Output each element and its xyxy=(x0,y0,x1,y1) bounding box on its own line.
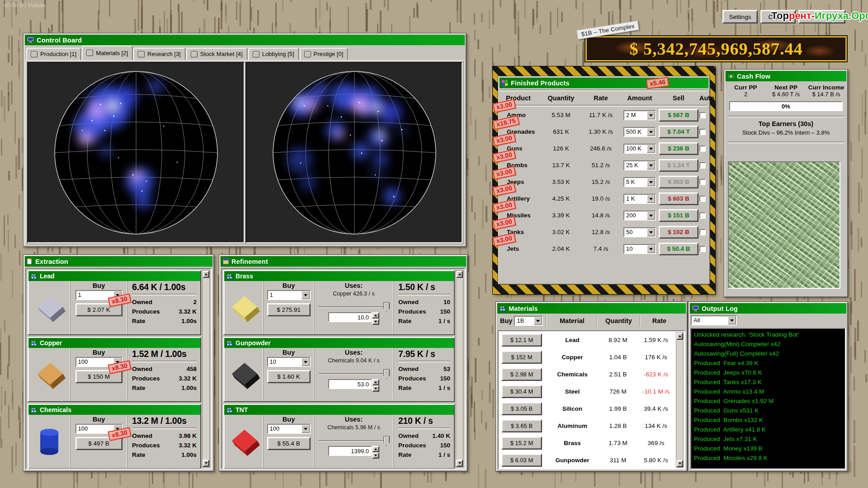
dropdown-arrow-icon[interactable] xyxy=(647,245,655,253)
buy-material-button[interactable]: $ 12.1 M xyxy=(501,333,542,347)
tab[interactable]: Research [3] xyxy=(133,48,185,60)
spinner-value[interactable]: 10.0 xyxy=(328,312,372,322)
dropdown-arrow-icon[interactable] xyxy=(647,161,655,169)
amount-dropdown[interactable]: 100 K xyxy=(623,144,656,154)
uses-spinner[interactable]: 53.0 xyxy=(328,379,379,389)
spin-down-icon[interactable] xyxy=(372,452,379,459)
scroll-down-icon[interactable] xyxy=(203,460,209,467)
output-log-titlebar[interactable]: Output Log xyxy=(690,303,846,314)
buy-material-button[interactable]: $ 2.98 M xyxy=(501,368,542,381)
sell-button[interactable]: $ 353 B xyxy=(659,176,698,188)
auto-sell-checkbox[interactable] xyxy=(699,179,706,185)
slider-thumb[interactable] xyxy=(383,369,390,379)
materials-titlebar[interactable]: Materials xyxy=(497,303,686,314)
extraction-scrollbar[interactable] xyxy=(202,270,210,467)
uses-spinner[interactable]: 10.0 xyxy=(328,312,379,322)
buy-price-button[interactable]: $ 275.91 xyxy=(267,303,311,316)
refinement-titlebar[interactable]: Refinement xyxy=(221,256,466,267)
spin-up-icon[interactable] xyxy=(372,379,379,385)
buy-price-button[interactable]: $ 1.60 K xyxy=(267,370,311,383)
slider-thumb[interactable] xyxy=(383,302,390,312)
auto-sell-checkbox[interactable] xyxy=(699,112,706,118)
dropdown-arrow-icon[interactable] xyxy=(647,178,655,186)
log-console[interactable]: Unlocked research: 'Stock Trading Bot'Au… xyxy=(690,328,846,469)
tab[interactable]: Production [1] xyxy=(26,48,81,60)
auto-sell-checkbox[interactable] xyxy=(699,229,706,235)
buy-material-button[interactable]: $ 3.65 B xyxy=(501,419,542,432)
scroll-up-icon[interactable] xyxy=(676,333,683,340)
amount-dropdown[interactable]: 500 K xyxy=(623,127,656,137)
dropdown-arrow-icon[interactable] xyxy=(302,291,310,299)
spinner-value[interactable]: 1399.0 xyxy=(328,446,372,456)
materials-scrollbar[interactable] xyxy=(676,332,684,468)
scroll-down-icon[interactable] xyxy=(676,460,683,467)
sell-button[interactable]: $ 236 B xyxy=(659,142,698,155)
spin-down-icon[interactable] xyxy=(372,319,379,325)
auto-sell-checkbox[interactable] xyxy=(699,145,706,152)
buy-amount-dropdown[interactable]: 100 xyxy=(267,424,311,434)
sell-button[interactable]: $ 50.4 B xyxy=(659,243,698,255)
spin-up-icon[interactable] xyxy=(372,312,379,319)
dropdown-arrow-icon[interactable] xyxy=(647,128,655,136)
auto-sell-checkbox[interactable] xyxy=(699,212,706,219)
buy-material-button[interactable]: $ 15.2 M xyxy=(501,436,542,450)
log-filter-dropdown[interactable]: All xyxy=(691,315,737,325)
finished-products-titlebar[interactable]: Finished Products xyxy=(500,78,708,88)
dropdown-arrow-icon[interactable] xyxy=(647,211,655,220)
buy-amount-dropdown[interactable]: 10 xyxy=(267,357,311,367)
auto-sell-checkbox[interactable] xyxy=(699,196,706,202)
sell-button[interactable]: $ 151 B xyxy=(659,209,698,222)
refinement-scrollbar[interactable] xyxy=(456,270,463,467)
amount-dropdown[interactable]: 50 xyxy=(623,227,656,237)
uses-slider[interactable] xyxy=(318,302,390,311)
control-board-titlebar[interactable]: Control Board xyxy=(25,35,465,45)
uses-spinner[interactable]: 1399.0 xyxy=(328,446,379,456)
settings-button[interactable]: Settings xyxy=(722,10,758,23)
amount-dropdown[interactable]: 200 xyxy=(623,211,656,221)
tab[interactable]: Lobbying [5] xyxy=(248,48,299,60)
buy-amount-dropdown[interactable]: 1B xyxy=(514,316,543,326)
material-quantity: 1.28 B xyxy=(599,422,637,429)
amount-dropdown[interactable]: 2 M xyxy=(623,110,656,120)
dropdown-arrow-icon[interactable] xyxy=(728,316,736,324)
sell-button[interactable]: $ 102 B xyxy=(659,226,698,239)
dropdown-arrow-icon[interactable] xyxy=(647,111,655,119)
tab[interactable]: Materials [2] xyxy=(82,46,132,60)
amount-dropdown[interactable]: 5 K xyxy=(623,177,656,187)
buy-material-button[interactable]: $ 6.03 M xyxy=(501,454,542,467)
spinner-value[interactable]: 53.0 xyxy=(328,379,372,389)
cash-flow-titlebar[interactable]: Cash Flow xyxy=(726,71,846,81)
dropdown-arrow-icon[interactable] xyxy=(647,195,655,203)
auto-sell-checkbox[interactable] xyxy=(699,162,706,169)
auto-sell-checkbox[interactable] xyxy=(699,129,706,135)
slider-thumb[interactable] xyxy=(383,436,390,446)
sell-button[interactable]: $ 1.24 T xyxy=(659,159,698,172)
dropdown-arrow-icon[interactable] xyxy=(647,145,655,153)
dropdown-arrow-icon[interactable] xyxy=(647,228,655,236)
scroll-down-icon[interactable] xyxy=(456,460,463,467)
buy-material-button[interactable]: $ 152 M xyxy=(501,351,542,364)
scroll-up-icon[interactable] xyxy=(203,271,209,278)
sell-button[interactable]: $ 603 B xyxy=(659,192,698,205)
extraction-titlebar[interactable]: Extraction xyxy=(25,256,212,267)
amount-dropdown[interactable]: 25 K xyxy=(623,160,656,170)
amount-dropdown[interactable]: 1 K xyxy=(623,194,656,204)
tab[interactable]: Stock Market [4] xyxy=(186,48,247,60)
sell-button[interactable]: $ 567 B xyxy=(659,109,698,122)
auto-sell-checkbox[interactable] xyxy=(699,246,706,252)
tab[interactable]: Prestige [0] xyxy=(300,48,348,60)
dropdown-arrow-icon[interactable] xyxy=(302,358,310,366)
spin-down-icon[interactable] xyxy=(372,385,379,392)
amount-dropdown[interactable]: 10 xyxy=(623,244,656,254)
sell-button[interactable]: $ 7.04 T xyxy=(659,126,698,138)
buy-price-button[interactable]: $ 55.4 B xyxy=(267,437,311,450)
buy-material-button[interactable]: $ 3.05 B xyxy=(501,402,542,415)
scroll-up-icon[interactable] xyxy=(456,271,463,278)
buy-material-button[interactable]: $ 30.4 M xyxy=(501,385,542,398)
buy-amount-dropdown[interactable]: 1 xyxy=(267,290,311,300)
dropdown-arrow-icon[interactable] xyxy=(534,317,542,325)
dropdown-arrow-icon[interactable] xyxy=(302,425,310,433)
spin-up-icon[interactable] xyxy=(372,446,379,452)
uses-slider[interactable] xyxy=(318,436,390,445)
uses-slider[interactable] xyxy=(318,369,390,378)
